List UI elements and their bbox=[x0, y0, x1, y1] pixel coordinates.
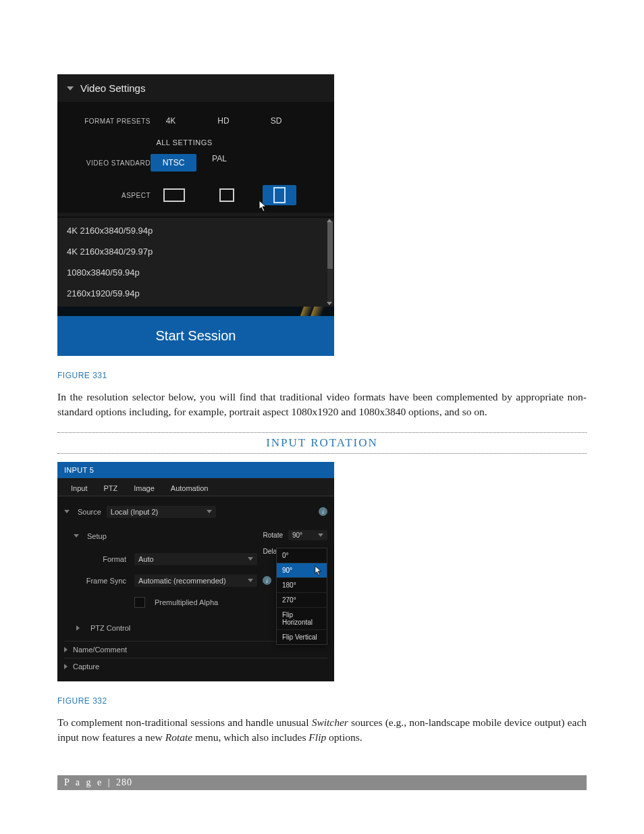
input-config-panel: INPUT 5 Input PTZ Image Automation Sourc… bbox=[57, 462, 334, 681]
video-standard-row: VIDEO STANDARD NTSC PAL bbox=[70, 151, 322, 175]
chevron-down-icon bbox=[67, 86, 74, 90]
scrollbar-thumb[interactable] bbox=[327, 221, 333, 269]
text: options. bbox=[326, 731, 362, 743]
rotate-option-flip-v[interactable]: Flip Vertical bbox=[277, 629, 327, 644]
source-row: Source Local (Input 2) i bbox=[64, 503, 327, 521]
chevron-down-icon bbox=[207, 510, 212, 513]
format-presets-label: FORMAT PRESETS bbox=[70, 118, 157, 125]
chevron-down-icon bbox=[248, 557, 253, 561]
all-settings-link[interactable]: ALL SETTINGS bbox=[144, 133, 225, 151]
premultiplied-alpha-checkbox[interactable] bbox=[134, 597, 145, 608]
rotate-value: 90° bbox=[292, 531, 302, 539]
scroll-up-icon[interactable] bbox=[327, 219, 332, 222]
text-italic: Rotate bbox=[165, 731, 192, 743]
body-paragraph: In the resolution selector below, you wi… bbox=[57, 390, 587, 420]
preset-row: FORMAT PRESETS 4K HD SD bbox=[70, 109, 322, 133]
ptz-control-label: PTZ Control bbox=[90, 624, 130, 632]
aspect-square-icon bbox=[219, 188, 234, 202]
format-select[interactable]: Auto bbox=[134, 553, 257, 565]
rotate-option-flip-h[interactable]: Flip Horizontal bbox=[277, 607, 327, 629]
setup-label: Setup bbox=[87, 532, 107, 540]
panel-header[interactable]: Video Settings bbox=[57, 74, 334, 102]
chevron-down-icon bbox=[318, 533, 323, 537]
format-label: Format bbox=[71, 555, 129, 563]
section-heading: INPUT ROTATION bbox=[57, 434, 587, 452]
aspect-wide[interactable] bbox=[157, 185, 191, 205]
cursor-icon bbox=[315, 565, 323, 576]
video-settings-panel: Video Settings FORMAT PRESETS 4K HD SD A… bbox=[57, 74, 334, 356]
info-icon[interactable]: i bbox=[319, 507, 327, 516]
chevron-down-icon bbox=[248, 579, 253, 582]
capture-label: Capture bbox=[73, 662, 99, 671]
aspect-square[interactable] bbox=[210, 185, 244, 205]
footer-sep: | bbox=[103, 777, 116, 787]
frame-sync-select[interactable]: Automatic (recommended) bbox=[134, 575, 257, 587]
video-standard-label: VIDEO STANDARD bbox=[70, 159, 157, 167]
divider bbox=[57, 453, 587, 454]
resolution-option[interactable]: 4K 2160x3840/29.97p bbox=[57, 241, 334, 262]
resolution-option[interactable]: 4K 2160x3840/59.94p bbox=[57, 220, 334, 241]
rotate-option-0[interactable]: 0° bbox=[277, 548, 327, 563]
frame-sync-label: Frame Sync bbox=[71, 577, 129, 585]
rotate-option-180[interactable]: 180° bbox=[277, 577, 327, 592]
footer-page-word: P a g e bbox=[64, 777, 103, 787]
rotate-select[interactable]: 90° bbox=[288, 530, 327, 540]
standard-ntsc[interactable]: NTSC bbox=[151, 154, 196, 172]
preview-strip bbox=[57, 307, 334, 316]
info-icon[interactable]: i bbox=[263, 576, 271, 585]
source-value: Local (Input 2) bbox=[111, 508, 158, 516]
aspect-wide-icon bbox=[163, 188, 185, 202]
aspect-portrait-icon bbox=[273, 187, 286, 203]
preset-4k[interactable]: 4K bbox=[157, 116, 184, 126]
figure-caption: FIGURE 331 bbox=[57, 371, 587, 380]
standard-pal[interactable]: PAL bbox=[206, 154, 233, 172]
page-footer: P a g e | 280 bbox=[57, 775, 587, 790]
text-italic: Flip bbox=[308, 731, 326, 743]
chevron-right-icon bbox=[64, 647, 70, 652]
aspect-portrait[interactable] bbox=[263, 185, 296, 205]
footer-page-number: 280 bbox=[116, 777, 132, 787]
tab-automation[interactable]: Automation bbox=[163, 481, 217, 496]
section-heading-block: INPUT ROTATION bbox=[57, 432, 587, 454]
aspect-row: ASPECT bbox=[70, 183, 322, 207]
rotate-dropdown: 0° 90° 180° 270° Flip Horizontal Flip Ve… bbox=[276, 548, 327, 645]
input-header: INPUT 5 bbox=[57, 462, 334, 478]
rotate-option-90[interactable]: 90° bbox=[277, 563, 327, 577]
resolution-list: 4K 2160x3840/59.94p 4K 2160x3840/29.97p … bbox=[57, 217, 334, 307]
chevron-down-icon[interactable] bbox=[64, 510, 70, 513]
chevron-right-icon[interactable] bbox=[76, 625, 82, 631]
rotate-option-270[interactable]: 270° bbox=[277, 592, 327, 607]
body-paragraph: To complement non-traditional sessions a… bbox=[57, 715, 587, 746]
aspect-label: ASPECT bbox=[70, 192, 157, 199]
capture-row[interactable]: Capture bbox=[64, 658, 327, 675]
resolution-option[interactable]: 1080x3840/59.94p bbox=[57, 262, 334, 283]
panel-title: Video Settings bbox=[80, 82, 145, 94]
preset-sd[interactable]: SD bbox=[263, 116, 290, 126]
text: menu, which also includes bbox=[192, 731, 308, 743]
input-body: Source Local (Input 2) i Setup Format Au… bbox=[57, 496, 334, 681]
tab-ptz[interactable]: PTZ bbox=[95, 481, 126, 496]
text: To complement non-traditional sessions a… bbox=[57, 716, 312, 728]
name-comment-label: Name/Comment bbox=[73, 646, 127, 654]
format-value: Auto bbox=[138, 555, 154, 563]
cursor-icon bbox=[259, 200, 268, 212]
resolution-option[interactable]: 2160x1920/59.94p bbox=[57, 283, 334, 304]
divider bbox=[57, 432, 587, 433]
chevron-down-icon[interactable] bbox=[74, 534, 79, 538]
scroll-down-icon[interactable] bbox=[327, 302, 332, 305]
panel-body: FORMAT PRESETS 4K HD SD ALL SETTINGS VID… bbox=[57, 102, 334, 213]
tab-image[interactable]: Image bbox=[126, 481, 163, 496]
premultiplied-alpha-label: Premultiplied Alpha bbox=[155, 598, 218, 606]
source-label: Source bbox=[78, 508, 101, 516]
chevron-right-icon bbox=[64, 664, 70, 669]
rotate-option-90-label: 90° bbox=[282, 567, 292, 574]
tab-input[interactable]: Input bbox=[63, 481, 95, 496]
start-session-button[interactable]: Start Session bbox=[57, 316, 334, 356]
rotate-label: Rotate bbox=[263, 531, 283, 539]
figure-caption: FIGURE 332 bbox=[57, 696, 587, 706]
preset-hd[interactable]: HD bbox=[210, 116, 237, 126]
source-select[interactable]: Local (Input 2) bbox=[107, 506, 216, 518]
frame-sync-value: Automatic (recommended) bbox=[138, 577, 226, 585]
text-italic: Switcher bbox=[312, 716, 348, 728]
input-tabs: Input PTZ Image Automation bbox=[57, 478, 334, 496]
